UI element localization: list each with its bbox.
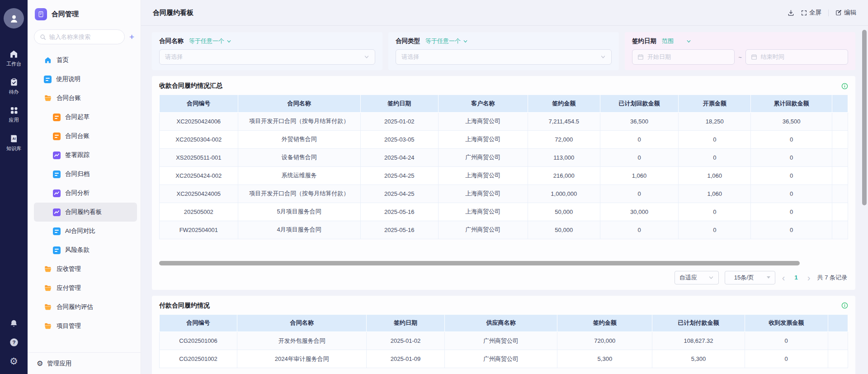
operator-dropdown[interactable]: 等于任意一个: [425, 37, 468, 45]
edit-button[interactable]: 编辑: [835, 9, 856, 17]
filter-contract-type: 合同类型 等于任意一个 请选择: [388, 32, 619, 70]
filter-contract-name: 合同名称 等于任意一个 请选择: [152, 32, 382, 70]
doc-icon: [53, 114, 61, 121]
sidebar-item-contract-draft[interactable]: 合同起草: [28, 108, 141, 127]
doc-icon: [53, 246, 61, 254]
svg-text:AI: AI: [13, 137, 16, 140]
calendar-icon: [637, 54, 644, 60]
contract-type-select[interactable]: 请选择: [396, 49, 612, 65]
table-row[interactable]: XC20250424006项目开发开口合同（按每月结算付款）2025-01-02…: [160, 112, 848, 130]
sidebar-item-contract-analysis[interactable]: 合同分析: [28, 184, 141, 203]
sidebar-item-receivable-mgmt[interactable]: 应收管理: [28, 260, 141, 279]
dashboard-content: 合同名称 等于任意一个 请选择 合同类型: [141, 26, 868, 374]
edit-icon: [835, 9, 842, 16]
page-size-select[interactable]: 15条/页: [725, 271, 775, 284]
chart-icon: [53, 189, 61, 197]
start-date-input[interactable]: 开始日期: [632, 49, 735, 65]
table-row[interactable]: XC20250424-002系统运维服务2025-04-25上海商贸公司216,…: [160, 166, 848, 185]
table-row[interactable]: CG202501006开发外包服务合同2025-01-02广州商贸公司720,0…: [160, 332, 848, 350]
table-row[interactable]: FW2025040014月项目服务合同2025-05-16广州商贸公司50,00…: [160, 221, 848, 239]
page-title: 合同履约看板: [153, 9, 193, 17]
operator-dropdown[interactable]: 范围: [662, 37, 691, 45]
table-row[interactable]: XS20250511-001设备销售合同2025-04-24广州商贸公司113,…: [160, 148, 848, 166]
operator-dropdown[interactable]: 等于任意一个: [189, 37, 231, 45]
search-input[interactable]: [49, 33, 119, 40]
end-date-input[interactable]: 结束时间: [745, 49, 848, 65]
page-header: 合同履约看板 全屏 编辑: [141, 0, 868, 26]
payable-table: 合同编号 合同名称 签约日期 供应商名称 签约金额 已计划付款金额 收到发票金额…: [159, 315, 848, 369]
sidebar-item-risk-clauses[interactable]: 风险条款: [28, 241, 141, 260]
info-icon[interactable]: [841, 302, 848, 309]
folder-icon: [44, 265, 52, 273]
table-row[interactable]: CG2025010022024年审计服务合同2025-01-09广州商贸公司5,…: [160, 350, 848, 368]
app-header: 合同管理: [28, 0, 141, 25]
current-page[interactable]: 1: [792, 274, 801, 281]
pagination: 自适应 15条/页 ‹ 1 › 共 7 条记录: [159, 271, 848, 284]
sidebar-item-contract-ledger-group[interactable]: 合同台账: [28, 89, 141, 108]
table-header-row: 合同编号 合同名称 签约日期 供应商名称 签约金额 已计划付款金额 收到发票金额: [160, 315, 848, 332]
sidebar-item-payable-mgmt[interactable]: 应付管理: [28, 279, 141, 298]
doc-icon: [44, 76, 52, 83]
sidebar-menu: 首页 使用说明 合同台账 合同起草 合同台账 签署跟踪 合同: [28, 47, 141, 352]
help-icon[interactable]: ?: [9, 337, 19, 347]
vertical-scrollbar[interactable]: [862, 30, 867, 205]
calendar-icon: [751, 54, 757, 60]
sidebar-item-signing-tracking[interactable]: 签署跟踪: [28, 146, 141, 165]
next-page-button[interactable]: ›: [807, 273, 811, 282]
rail-item-workbench[interactable]: 工作台: [6, 49, 21, 67]
fullscreen-button[interactable]: 全屏: [801, 9, 821, 17]
left-rail: 工作台 待办 应用 AI 知识库 ? ⚙: [0, 0, 28, 374]
chevron-down-icon: [708, 275, 714, 280]
sidebar-item-home[interactable]: 首页: [28, 51, 141, 70]
avatar[interactable]: [4, 8, 24, 28]
chevron-down-icon: [364, 54, 369, 60]
sidebar-item-project-mgmt[interactable]: 项目管理: [28, 317, 141, 336]
table-row[interactable]: XC20250424005项目开发开口合同（按每月结算付款）2025-04-25…: [160, 185, 848, 203]
contract-name-select[interactable]: 请选择: [159, 49, 375, 65]
app-sidebar: 合同管理 + 首页 使用说明 合同台账 合同起草: [28, 0, 141, 374]
contract-app-icon: [35, 8, 47, 20]
doc-icon: [53, 170, 61, 178]
payable-section: 付款合同履约情况 合同编号 合同名称 签约日期 供应商名称 签约金额 已计划付款…: [152, 296, 855, 374]
main-area: 合同履约看板 全屏 编辑: [141, 0, 868, 374]
chevron-down-icon: [686, 39, 691, 44]
chevron-down-icon: [463, 39, 468, 44]
sidebar-item-ai-contract-compare[interactable]: AI合同对比: [28, 222, 141, 241]
section-title: 付款合同履约情况: [159, 302, 210, 310]
download-button[interactable]: [788, 9, 794, 16]
section-title: 收款合同履约情况汇总: [159, 82, 222, 90]
table-header-row: 合同编号 合同名称 签约日期 客户名称 签约金额 已计划回款金额 开票金额 累计…: [160, 95, 848, 112]
doc-icon: [53, 227, 61, 235]
sidebar-item-performance-dashboard[interactable]: 合同履约看板: [34, 203, 137, 222]
manage-app-button[interactable]: ⚙ 管理应用: [28, 352, 141, 374]
person-icon: [8, 13, 20, 24]
rail-item-apps[interactable]: 应用: [9, 106, 19, 123]
divider: [828, 9, 829, 16]
table-row[interactable]: XC20250304-002外贸销售合同2025-03-05上海商贸公司72,0…: [160, 130, 848, 148]
receivable-section: 收款合同履约情况汇总 合同编号 合同名称 签约日期 客户名称 签约金额 已计划回…: [152, 76, 855, 290]
rail-item-todo[interactable]: 待办: [9, 78, 19, 95]
chevron-down-icon: [600, 54, 606, 60]
notification-bell-icon[interactable]: [9, 319, 19, 328]
todo-clipboard-icon: [9, 78, 19, 87]
folder-icon: [44, 94, 52, 102]
settings-gear-icon[interactable]: ⚙: [9, 356, 18, 366]
add-button[interactable]: +: [129, 33, 134, 41]
knowledge-book-icon: AI: [9, 134, 19, 143]
rail-item-knowledge[interactable]: AI 知识库: [6, 134, 21, 152]
sidebar-item-contract-ledger[interactable]: 合同台账: [28, 127, 141, 146]
sidebar-item-performance-evaluation[interactable]: 合同履约评估: [28, 298, 141, 317]
table-row[interactable]: 2025050025月项目服务合同2025-05-16上海商贸公司50,0003…: [160, 203, 848, 221]
info-icon[interactable]: [841, 83, 848, 90]
sidebar-search[interactable]: [34, 29, 125, 44]
workbench-home-icon: [9, 49, 19, 59]
prev-page-button[interactable]: ‹: [781, 273, 786, 282]
sidebar-item-contract-archive[interactable]: 合同归档: [28, 165, 141, 184]
horizontal-scrollbar[interactable]: [159, 261, 800, 265]
total-records: 共 7 条记录: [817, 274, 847, 282]
fit-mode-select[interactable]: 自适应: [675, 271, 719, 284]
chevron-down-icon: [226, 39, 231, 44]
chart-icon: [53, 151, 61, 159]
receivable-table: 合同编号 合同名称 签约日期 客户名称 签约金额 已计划回款金额 开票金额 累计…: [159, 95, 848, 239]
sidebar-item-instructions[interactable]: 使用说明: [28, 70, 141, 89]
